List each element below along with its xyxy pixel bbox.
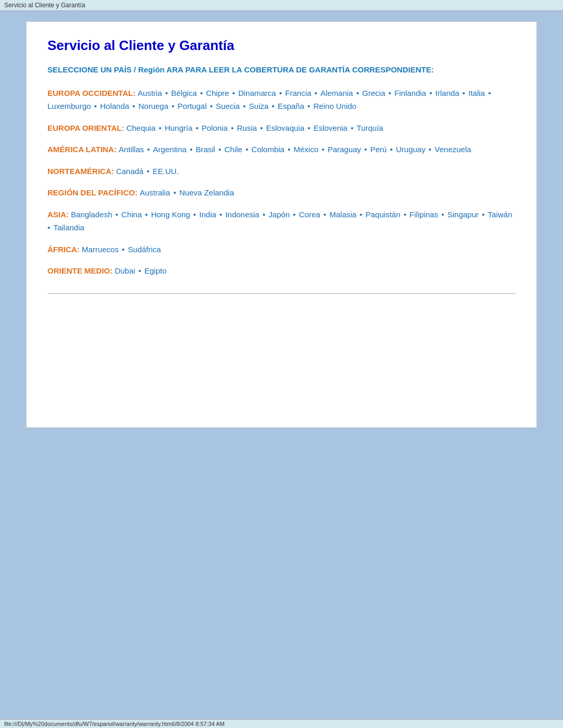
country-link-rusia[interactable]: Rusia [237, 124, 256, 132]
bullet-separator: • [241, 102, 248, 110]
country-link-eslovaquia[interactable]: Eslovaquia [266, 124, 304, 132]
region-norteamerica: NORTEAMÉRICA: Canadá • EE.UU. [47, 165, 516, 178]
country-link-venezuela[interactable]: Venezuela [435, 145, 471, 154]
bullet-separator: • [427, 89, 434, 97]
bullet-separator: • [193, 124, 201, 132]
country-link-marruecos[interactable]: Marruecos [82, 245, 119, 254]
bullet-separator: • [426, 145, 434, 154]
region-pacifico: REGIÓN DEL PACÍFICO: Australia • Nueva Z… [47, 186, 516, 200]
country-link-bangladesh[interactable]: Bangladesh [71, 210, 112, 219]
country-link-noruega[interactable]: Noruega [138, 102, 168, 110]
country-link-malasia[interactable]: Malasia [329, 210, 357, 219]
country-link-francia[interactable]: Francia [285, 89, 311, 97]
bullet-separator: • [144, 167, 152, 176]
bullet-separator: • [286, 145, 293, 154]
country-link-dubai[interactable]: Dubai [115, 266, 135, 275]
country-link-dinamarca[interactable]: Dinamarca [238, 89, 276, 97]
country-link-grecia[interactable]: Grecia [362, 89, 385, 97]
country-link-finlandia[interactable]: Finlandia [395, 89, 426, 97]
country-link-tailandia[interactable]: Tailandia [53, 223, 84, 232]
region-europa-oriental: EUROPA ORIENTAL: Chequia • Hungría • Pol… [47, 121, 516, 135]
region-label-europa-occidental: EUROPA OCCIDENTAL: [47, 89, 138, 97]
bullet-separator: • [163, 89, 170, 97]
country-link-hungría[interactable]: Hungría [165, 124, 192, 132]
bullet-separator: • [270, 102, 277, 110]
bullet-separator: • [486, 89, 491, 97]
page-container: Servicio al Cliente y Garantía SELECCION… [26, 21, 537, 428]
bullet-separator: • [243, 145, 251, 154]
divider [47, 293, 516, 294]
country-link-bélgica[interactable]: Bélgica [171, 89, 197, 97]
bullet-separator: • [460, 89, 468, 97]
bullet-separator: • [136, 266, 143, 275]
country-link-portugal[interactable]: Portugal [178, 102, 207, 110]
country-link-alemania[interactable]: Alemania [321, 89, 353, 97]
country-link-argentina[interactable]: Argentina [153, 145, 187, 154]
country-link-italia[interactable]: Italia [469, 89, 485, 97]
bullet-separator: • [358, 210, 365, 219]
country-link-antillas[interactable]: Antillas [119, 145, 144, 154]
region-label-europa-oriental: EUROPA ORIENTAL: [47, 124, 126, 132]
country-link-chile[interactable]: Chile [225, 145, 242, 154]
country-link-reino-unido[interactable]: Reino Unido [313, 102, 357, 110]
country-link-holanda[interactable]: Holanda [100, 102, 129, 110]
bullet-separator: • [277, 89, 284, 97]
bullet-separator: • [191, 210, 199, 219]
country-link-corea[interactable]: Corea [299, 210, 321, 219]
status-bar: file:///D|/My%20documents/dfu/W7/espanol… [0, 719, 563, 728]
country-link-irlanda[interactable]: Irlanda [435, 89, 459, 97]
country-link-canadá[interactable]: Canadá [116, 167, 144, 176]
country-link-chipre[interactable]: Chipre [206, 89, 229, 97]
country-link-paraguay[interactable]: Paraguay [327, 145, 361, 154]
bullet-separator: • [92, 102, 99, 110]
country-link-china[interactable]: China [121, 210, 142, 219]
country-link-ee.uu.[interactable]: EE.UU. [153, 167, 179, 176]
region-label-america-latina: AMÉRICA LATINA: [47, 145, 119, 154]
country-link-españa[interactable]: España [278, 102, 304, 110]
bullet-separator: • [230, 89, 237, 97]
country-link-india[interactable]: India [199, 210, 216, 219]
country-link-nueva-zelandia[interactable]: Nueva Zelandia [179, 188, 234, 197]
country-link-luxemburgo[interactable]: Luxemburgo [47, 102, 91, 110]
bullet-separator: • [47, 223, 52, 232]
country-link-australia[interactable]: Australia [140, 188, 170, 197]
country-link-singapur[interactable]: Singapur [447, 210, 479, 219]
country-link-indonesia[interactable]: Indonesia [225, 210, 259, 219]
bullet-separator: • [207, 102, 215, 110]
country-link-japón[interactable]: Japón [268, 210, 290, 219]
bullet-separator: • [305, 124, 313, 132]
country-link-uruguay[interactable]: Uruguay [396, 145, 425, 154]
title-bar: Servicio al Cliente y Garantía [0, 0, 563, 11]
bullet-separator: • [321, 210, 328, 219]
bullet-separator: • [217, 210, 225, 219]
country-link-taiwán[interactable]: Taiwán [488, 210, 512, 219]
bullet-separator: • [291, 210, 298, 219]
country-link-méxico[interactable]: México [293, 145, 319, 154]
country-link-filipinas[interactable]: Filipinas [410, 210, 438, 219]
country-link-eslovenia[interactable]: Eslovenia [313, 124, 347, 132]
country-link-polonia[interactable]: Polonia [202, 124, 228, 132]
bullet-separator: • [320, 145, 327, 154]
status-bar-text: file:///D|/My%20documents/dfu/W7/espanol… [4, 721, 225, 727]
country-link-suecia[interactable]: Suecia [216, 102, 240, 110]
country-link-suiza[interactable]: Suiza [249, 102, 269, 110]
country-link-perú[interactable]: Perú [370, 145, 387, 154]
country-link-turquía[interactable]: Turquía [357, 124, 383, 132]
region-label-oriente-medio: ORIENTE MEDIO: [47, 266, 115, 275]
region-oriente-medio: ORIENTE MEDIO: Dubai • Egipto [47, 264, 516, 278]
page-title: Servicio al Cliente y Garantía [47, 38, 516, 54]
bullet-separator: • [260, 210, 267, 219]
page-subtitle: SELECCIONE UN PAÍS / Región ARA PARA LEE… [47, 64, 516, 76]
country-link-chequia[interactable]: Chequia [126, 124, 155, 132]
country-link-sudáfrica[interactable]: Sudáfrica [128, 245, 161, 254]
country-link-paquistán[interactable]: Paquistán [365, 210, 400, 219]
bullet-separator: • [169, 102, 177, 110]
country-link-egipto[interactable]: Egipto [144, 266, 167, 275]
bullet-separator: • [439, 210, 447, 219]
country-link-colombia[interactable]: Colombia [251, 145, 284, 154]
country-link-austria[interactable]: Austria [138, 89, 162, 97]
bullet-separator: • [305, 102, 313, 110]
country-link-brasil[interactable]: Brasil [195, 145, 215, 154]
country-link-hong-kong[interactable]: Hong Kong [151, 210, 190, 219]
bullet-separator: • [120, 245, 127, 254]
